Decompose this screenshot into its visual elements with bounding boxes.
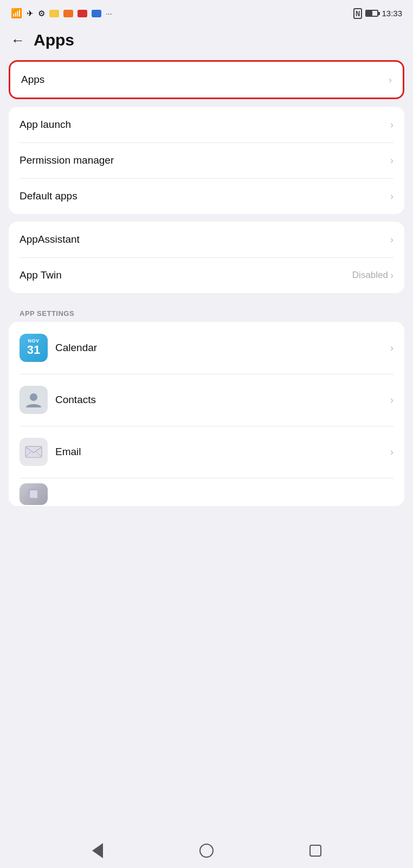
- calendar-chevron: ›: [390, 342, 393, 354]
- default-apps-item[interactable]: Default apps ›: [9, 178, 404, 214]
- home-nav-icon: [199, 844, 214, 858]
- app-assistant-label: AppAssistant: [20, 234, 80, 245]
- mail-icon: [78, 10, 87, 17]
- email-label: Email: [55, 446, 81, 458]
- email-item-left: Email: [20, 438, 81, 466]
- content-area: Apps › App launch › Permission manager ›…: [0, 60, 413, 506]
- home-nav-button[interactable]: [196, 840, 217, 861]
- email-icon: [20, 438, 48, 466]
- back-nav-icon: [92, 843, 103, 858]
- assistant-card: AppAssistant › App Twin Disabled ›: [9, 222, 404, 293]
- email-item[interactable]: Email ›: [9, 426, 404, 478]
- apps-chevron: ›: [389, 74, 392, 86]
- airplane-icon: ✈: [27, 9, 34, 18]
- apps-label: Apps: [21, 74, 44, 86]
- svg-point-0: [30, 393, 37, 401]
- recents-nav-icon: [309, 845, 321, 857]
- shield-icon: [92, 10, 101, 17]
- recents-nav-button[interactable]: [305, 840, 326, 861]
- partial-app-icon: [20, 483, 48, 505]
- back-nav-button[interactable]: [87, 840, 108, 861]
- svg-rect-1: [25, 446, 42, 457]
- calendar-label: Calendar: [55, 342, 97, 354]
- status-bar: 📶 ✈ ⚙ ··· N 13:33: [0, 0, 413, 24]
- contacts-label: Contacts: [55, 394, 96, 406]
- app-launch-item[interactable]: App launch ›: [9, 107, 404, 142]
- calendar-icon: NOV 31: [20, 334, 48, 362]
- calendar-item-left: NOV 31 Calendar: [20, 334, 97, 362]
- main-settings-card: App launch › Permission manager › Defaul…: [9, 107, 404, 214]
- settings-icon: ⚙: [38, 9, 45, 18]
- permission-manager-label: Permission manager: [20, 154, 114, 166]
- time-display: 13:33: [382, 9, 402, 18]
- back-button[interactable]: ←: [11, 32, 25, 49]
- app-assistant-chevron: ›: [390, 234, 393, 245]
- status-right: N 13:33: [353, 8, 402, 19]
- battery-indicator: [365, 10, 378, 17]
- app-twin-chevron: ›: [390, 270, 393, 281]
- svg-rect-3: [30, 490, 37, 498]
- page-header: ← Apps: [0, 24, 413, 60]
- calendar-day: 31: [27, 344, 40, 357]
- email-chevron: ›: [390, 446, 393, 458]
- contacts-item-left: Contacts: [20, 386, 96, 414]
- wifi-icon: 📶: [11, 8, 22, 19]
- app-twin-label: App Twin: [20, 269, 62, 281]
- apps-card-highlighted: Apps ›: [9, 60, 404, 99]
- note-icon: [49, 10, 59, 17]
- app-settings-card: NOV 31 Calendar › Contacts ›: [9, 322, 404, 506]
- page-title: Apps: [34, 31, 74, 49]
- partial-item[interactable]: [9, 478, 404, 506]
- default-apps-chevron: ›: [390, 191, 393, 202]
- nfc-icon: N: [353, 8, 362, 19]
- calendar-item[interactable]: NOV 31 Calendar ›: [9, 322, 404, 374]
- more-icon: ···: [106, 9, 112, 18]
- app-twin-item[interactable]: App Twin Disabled ›: [9, 257, 404, 293]
- status-icons-left: 📶 ✈ ⚙ ···: [11, 8, 112, 19]
- app-twin-status: Disabled: [352, 270, 388, 281]
- app-launch-chevron: ›: [390, 119, 393, 131]
- app-assistant-item[interactable]: AppAssistant ›: [9, 222, 404, 257]
- play-icon: [63, 10, 73, 17]
- contacts-icon: [20, 386, 48, 414]
- permission-manager-chevron: ›: [390, 155, 393, 166]
- app-twin-right: Disabled ›: [352, 270, 393, 281]
- partial-item-left: [20, 483, 48, 505]
- contacts-chevron: ›: [390, 394, 393, 406]
- app-launch-label: App launch: [20, 119, 71, 131]
- apps-list-item[interactable]: Apps ›: [10, 62, 403, 98]
- app-settings-header: APP SETTINGS: [9, 301, 404, 322]
- bottom-nav: [0, 833, 413, 868]
- default-apps-label: Default apps: [20, 190, 78, 202]
- permission-manager-item[interactable]: Permission manager ›: [9, 142, 404, 178]
- contacts-item[interactable]: Contacts ›: [9, 374, 404, 426]
